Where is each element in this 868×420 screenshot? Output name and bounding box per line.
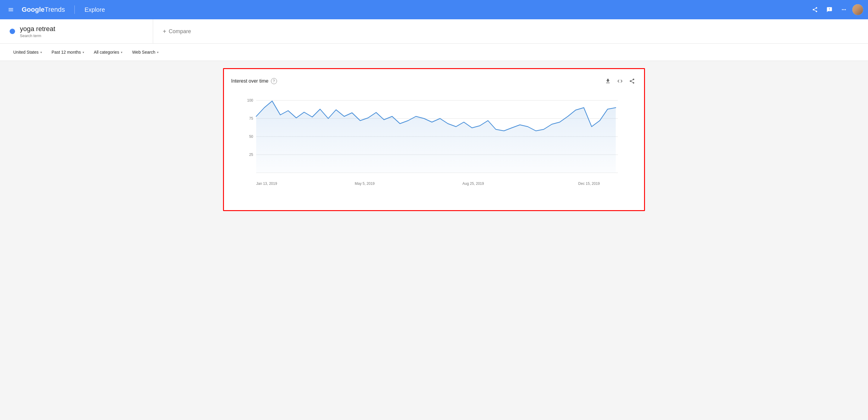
- searchtype-filter[interactable]: Web Search ▾: [128, 47, 162, 57]
- location-filter-arrow: ▾: [40, 51, 42, 54]
- filters-row: United States ▾ Past 12 months ▾ All cat…: [0, 44, 868, 61]
- trend-chart-svg: 100 75 50 25 Jan 13, 2019 May 5, 2019 Au…: [231, 88, 637, 203]
- search-left-border: [0, 19, 2, 43]
- categories-filter-arrow: ▾: [121, 51, 122, 54]
- search-term-value[interactable]: yoga retreat: [20, 25, 55, 33]
- svg-text:Jan 13, 2019: Jan 13, 2019: [256, 181, 277, 186]
- compare-label: Compare: [169, 28, 191, 35]
- menu-button[interactable]: [5, 4, 17, 16]
- feedback-button[interactable]: [824, 4, 835, 16]
- svg-text:100: 100: [247, 98, 253, 102]
- searchtype-filter-label: Web Search: [132, 50, 155, 55]
- main-content: Interest over time ?: [0, 61, 868, 420]
- timerange-filter[interactable]: Past 12 months ▾: [48, 47, 88, 57]
- chart-embed-button[interactable]: [615, 76, 625, 86]
- search-term-container: yoga retreat Search term: [2, 19, 153, 43]
- svg-marker-13: [256, 101, 616, 173]
- compare-plus-icon: +: [163, 28, 166, 35]
- svg-text:Dec 15, 2019: Dec 15, 2019: [578, 181, 600, 186]
- search-term-dot: [10, 29, 15, 34]
- chart-title-row: Interest over time ?: [231, 78, 277, 84]
- svg-text:25: 25: [249, 153, 253, 157]
- header-explore-label: Explore: [84, 6, 105, 13]
- search-term-type: Search term: [20, 33, 55, 38]
- logo-google-text: Google: [22, 6, 44, 13]
- chart-header: Interest over time ?: [231, 76, 637, 86]
- svg-text:Aug 25, 2019: Aug 25, 2019: [462, 181, 484, 186]
- search-term-text: yoga retreat Search term: [20, 25, 55, 38]
- chart-action-icons: [603, 76, 637, 86]
- searchtype-filter-arrow: ▾: [157, 51, 158, 54]
- chart-share-button[interactable]: [627, 76, 637, 86]
- user-avatar[interactable]: [852, 4, 863, 15]
- location-filter[interactable]: United States ▾: [10, 47, 45, 57]
- app-header: GoogleTrends Explore: [0, 0, 868, 19]
- timerange-filter-label: Past 12 months: [52, 50, 81, 55]
- share-button[interactable]: [809, 4, 821, 16]
- chart-help-icon[interactable]: ?: [271, 78, 277, 84]
- categories-filter-label: All categories: [94, 50, 119, 55]
- logo-trends-text: Trends: [44, 6, 65, 13]
- avatar-image: [852, 4, 863, 15]
- chart-download-button[interactable]: [603, 76, 613, 86]
- search-row: yoga retreat Search term + Compare: [0, 19, 868, 43]
- svg-text:50: 50: [249, 134, 253, 139]
- search-area: yoga retreat Search term + Compare: [0, 19, 868, 44]
- google-trends-logo[interactable]: GoogleTrends: [22, 6, 65, 13]
- location-filter-label: United States: [13, 50, 38, 55]
- header-actions: [809, 4, 863, 16]
- svg-text:May 5, 2019: May 5, 2019: [355, 181, 375, 186]
- header-divider: [74, 5, 75, 14]
- timerange-filter-arrow: ▾: [83, 51, 84, 54]
- apps-button[interactable]: [838, 4, 850, 16]
- chart-title: Interest over time: [231, 79, 269, 84]
- compare-container[interactable]: + Compare: [153, 19, 868, 43]
- categories-filter[interactable]: All categories ▾: [90, 47, 126, 57]
- chart-area: 100 75 50 25 Jan 13, 2019 May 5, 2019 Au…: [231, 88, 637, 203]
- interest-over-time-card: Interest over time ?: [223, 68, 645, 211]
- svg-text:75: 75: [249, 116, 253, 121]
